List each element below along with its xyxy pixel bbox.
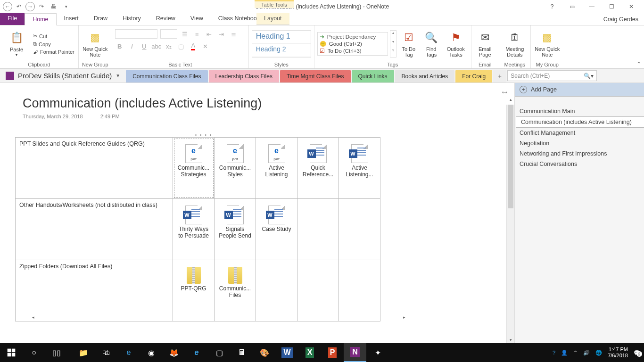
font-family-dropdown[interactable] — [115, 29, 157, 39]
calculator-button[interactable]: 🖩 — [231, 343, 253, 362]
table-cell[interactable]: epdfCommunic... Styles — [215, 138, 256, 199]
tray-overflow-icon[interactable]: ⌃ — [573, 350, 578, 356]
help-tray-icon[interactable]: ? — [553, 350, 555, 355]
excel-button[interactable]: X — [298, 343, 321, 362]
ie-button[interactable]: e — [185, 343, 208, 362]
copy-button[interactable]: ⧉Copy — [32, 41, 75, 48]
horizontal-scrollbar[interactable]: ◂▸ — [32, 315, 405, 321]
cortana-button[interactable]: ○ — [23, 343, 45, 362]
table-cell[interactable]: epdfActive Listening — [256, 138, 297, 199]
table-cell[interactable] — [339, 199, 380, 260]
file-attachment[interactable]: WQuick Reference... — [300, 140, 336, 178]
collapse-ribbon-button[interactable]: ⌃ — [636, 61, 641, 67]
outlook-tasks-button[interactable]: ⚑ Outlook Tasks — [444, 28, 468, 59]
tab-history[interactable]: History — [115, 13, 149, 25]
add-section-button[interactable]: + — [493, 70, 506, 82]
tab-home[interactable]: Home — [25, 13, 56, 25]
file-attachment[interactable]: PPT-QRG — [176, 263, 211, 292]
add-page-button[interactable]: + Add Page — [515, 83, 644, 97]
file-explorer-button[interactable]: 📁 — [72, 343, 95, 362]
file-attachment[interactable]: epdfActive Listening — [259, 140, 294, 178]
chrome-button[interactable]: ◉ — [140, 343, 163, 362]
find-tags-button[interactable]: 🔍 Find Tags — [421, 28, 442, 59]
subscript-button[interactable]: x₂ — [164, 41, 173, 51]
table-cell[interactable]: WSignals People Send — [215, 199, 256, 260]
tab-draw[interactable]: Draw — [86, 13, 115, 25]
paint-button[interactable]: 🎨 — [253, 343, 276, 362]
clock[interactable]: 1:47 PM 7/6/2018 — [608, 346, 628, 358]
page-list-item[interactable]: Communication Main — [515, 106, 644, 116]
file-attachment[interactable]: WSignals People Send — [217, 202, 253, 239]
new-quick-note-button[interactable]: ▩ New Quick Note — [82, 28, 109, 59]
section-tab-leadership[interactable]: Leadership Class Files — [209, 70, 279, 82]
qat-more-button[interactable]: ▾ — [60, 1, 72, 12]
notebook-dropdown[interactable]: ProDev Skills (Student Guide) ▼ — [0, 69, 126, 82]
task-view-button[interactable]: ▯▯ — [45, 343, 68, 362]
styles-gallery[interactable]: Heading 1 Heading 2 — [252, 30, 311, 58]
file-attachment[interactable]: WCase Study — [259, 202, 294, 233]
word-button[interactable]: W — [276, 343, 298, 362]
scroll-thumb[interactable] — [508, 105, 513, 208]
paste-button[interactable]: 📋 Paste ▾ — [3, 28, 30, 59]
people-icon[interactable]: 👤 — [561, 350, 568, 356]
section-tab-communication[interactable]: Communication Class Files — [126, 70, 207, 82]
page-list-item[interactable]: Conflict Management — [515, 128, 644, 138]
search-box[interactable]: Search (Ctrl+E) 🔍▾ — [507, 70, 597, 81]
bullets-button[interactable]: ☰ — [180, 29, 190, 39]
table-cell[interactable] — [256, 260, 297, 321]
table-row-header[interactable]: Other Handouts/Worksheets (not distribut… — [16, 199, 173, 260]
container-handle[interactable]: • • • • — [15, 132, 392, 137]
table-cell[interactable] — [297, 199, 339, 260]
section-tab-for-craig[interactable]: For Craig — [455, 70, 492, 82]
meeting-details-button[interactable]: 🗓 Meeting Details — [502, 28, 528, 59]
print-button[interactable]: 🖶 — [48, 1, 59, 12]
network-icon[interactable]: 🌐 — [595, 350, 602, 356]
maximize-button[interactable]: ☐ — [607, 3, 616, 10]
clear-format-button[interactable]: ✕ — [201, 41, 210, 51]
table-cell[interactable]: WCase Study — [256, 199, 297, 260]
start-button[interactable] — [0, 343, 23, 362]
table-cell[interactable]: epdfCommunic... Strategies — [173, 138, 215, 199]
table-row-header[interactable]: PPT Slides and Quick Reference Guides (Q… — [16, 138, 173, 199]
notifications-button[interactable]: 💬2 — [634, 350, 640, 356]
section-tab-books[interactable]: Books and Articles — [395, 70, 455, 82]
edge-button[interactable]: e — [117, 343, 140, 362]
tags-gallery[interactable]: ➜Project Dependancy 🙂Good (Ctrl+2) ☑To D… — [317, 32, 388, 56]
new-quick-note-button-2[interactable]: ▩ New Quick Note — [534, 28, 561, 59]
tab-view[interactable]: View — [183, 13, 211, 25]
table-cell[interactable]: WThirty Ways to Persuade — [173, 199, 215, 260]
file-attachment[interactable]: epdfCommunic... Styles — [217, 140, 253, 178]
vertical-scrollbar[interactable]: ▴ ▾ — [506, 105, 514, 343]
table-cell[interactable]: Communic... Files — [215, 260, 256, 321]
section-tab-time-mgmt[interactable]: Time Mgmt Class Files — [280, 70, 351, 82]
bold-button[interactable]: B — [115, 41, 124, 51]
powerpoint-button[interactable]: P — [321, 343, 344, 362]
forward-button[interactable]: → — [25, 2, 35, 11]
table-row-header[interactable]: Zipped Folders (Download All Files) — [16, 260, 173, 321]
ribbon-display-button[interactable]: ▭ — [568, 3, 576, 10]
gallery-up[interactable]: ▴ — [390, 31, 396, 40]
page-list-item[interactable]: Communication (includes Active Listening… — [516, 116, 644, 128]
tab-insert[interactable]: Insert — [57, 13, 86, 25]
gallery-more[interactable]: ▿ — [390, 48, 396, 57]
user-name[interactable]: Craig Gerdes — [598, 14, 644, 25]
volume-icon[interactable]: 🔊 — [583, 350, 590, 356]
undo-button[interactable]: ↶ — [13, 1, 25, 12]
email-page-button[interactable]: ✉ Email Page — [474, 28, 496, 59]
gallery-down[interactable]: ▾ — [390, 40, 396, 49]
tab-layout[interactable]: Layout — [256, 13, 289, 25]
table-cell[interactable]: PPT-QRG — [173, 260, 215, 321]
italic-button[interactable]: I — [127, 41, 137, 51]
firefox-button[interactable]: 🦊 — [163, 343, 185, 362]
app-button-2[interactable]: ✦ — [366, 343, 389, 362]
content-table[interactable]: PPT Slides and Quick Reference Guides (Q… — [15, 137, 380, 321]
onenote-button[interactable]: N — [344, 343, 366, 362]
page-list-item[interactable]: Negotiation — [515, 138, 644, 148]
app-button-1[interactable]: ▢ — [208, 343, 231, 362]
font-size-dropdown[interactable] — [160, 29, 177, 39]
minimize-button[interactable]: ― — [587, 3, 596, 10]
store-button[interactable]: 🛍 — [95, 343, 117, 362]
highlight-button[interactable]: ▢ — [176, 41, 186, 51]
redo-button[interactable]: ↷ — [36, 1, 47, 12]
underline-button[interactable]: U — [140, 41, 149, 51]
